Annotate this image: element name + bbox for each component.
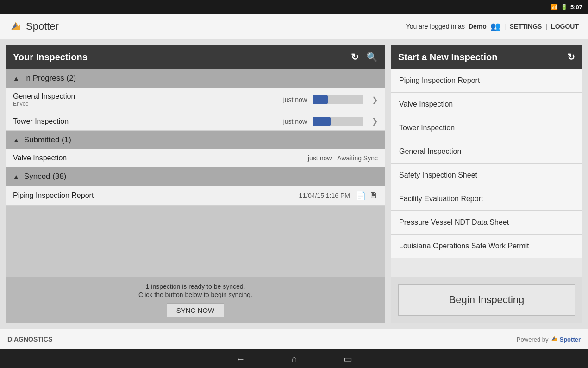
doc-icon[interactable]: 🖹 — [369, 191, 378, 201]
battery-icon: 🔋 — [561, 4, 568, 10]
powered-by-logo-icon — [550, 335, 558, 344]
right-panel-title: Start a New Inspection — [398, 52, 498, 63]
inspection-title-general: General Inspection — [13, 92, 106, 101]
header-right: You are logged in as Demo 👥 | SETTINGS |… — [406, 21, 579, 32]
inspection-row-valve[interactable]: Valve Inspection just now Awaiting Sync — [6, 149, 385, 167]
section-in-progress-label: In Progress (2) — [24, 74, 76, 83]
inspection-sub-general: Envoc — [13, 101, 106, 107]
main-content: Your Inspections ↻ 🔍 ▲ In Progress (2) G… — [0, 39, 588, 329]
search-icon[interactable]: 🔍 — [366, 51, 378, 63]
home-nav-icon[interactable]: ⌂ — [291, 354, 297, 364]
row-info-valve: just now Awaiting Sync — [308, 154, 378, 162]
sync-line2: Click the button below to begin syncing. — [13, 291, 378, 298]
inspection-title-valve: Valve Inspection — [13, 154, 106, 162]
row-status-valve: Awaiting Sync — [337, 154, 378, 162]
row-time-valve: just now — [308, 154, 332, 162]
option-louisiana[interactable]: Louisiana Operations Safe Work Permit — [391, 235, 582, 258]
chevron-general: ❯ — [372, 95, 378, 104]
collapse-icon-progress: ▲ — [13, 75, 19, 82]
sync-icons-piping: 📄 🖹 — [356, 190, 378, 201]
chevron-tower: ❯ — [372, 117, 378, 126]
collapse-icon-synced: ▲ — [13, 173, 19, 180]
row-info-tower: just now ❯ — [283, 117, 378, 126]
inspection-row-general[interactable]: General Inspection Envoc just now ❯ — [6, 88, 385, 112]
divider2: | — [545, 23, 547, 30]
progress-fill-tower — [313, 117, 331, 126]
section-synced[interactable]: ▲ Synced (38) — [6, 167, 385, 186]
powered-by: Powered by Spotter — [517, 335, 581, 344]
progress-bar-general — [313, 95, 363, 104]
refresh-icon[interactable]: ↻ — [351, 51, 359, 63]
user-emoji: 👥 — [490, 21, 500, 32]
logout-link[interactable]: LOGOUT — [551, 23, 579, 30]
logo-text: Spotter — [26, 20, 59, 32]
section-in-progress[interactable]: ▲ In Progress (2) — [6, 69, 385, 88]
section-submitted[interactable]: ▲ Submitted (1) — [6, 131, 385, 149]
logo-icon — [9, 20, 22, 33]
left-panel: Your Inspections ↻ 🔍 ▲ In Progress (2) G… — [6, 45, 385, 323]
recents-nav-icon[interactable]: ▭ — [344, 353, 352, 364]
option-tower[interactable]: Tower Inspection — [391, 116, 582, 140]
status-bar: 📶 🔋 5:07 — [0, 0, 588, 14]
left-panel-header: Your Inspections ↻ 🔍 — [6, 45, 385, 69]
row-time-piping: 11/04/15 1:16 PM — [299, 192, 350, 199]
powered-by-label: Powered by — [517, 336, 549, 343]
app-header: Spotter You are logged in as Demo 👥 | SE… — [0, 14, 588, 39]
inspection-title-tower: Tower Inspection — [13, 117, 106, 126]
option-pressure[interactable]: Pressure Vessel NDT Data Sheet — [391, 211, 582, 235]
row-time-tower: just now — [283, 118, 307, 125]
powered-by-name: Spotter — [560, 336, 581, 343]
inspection-row-piping[interactable]: Piping Inspection Report 11/04/15 1:16 P… — [6, 186, 385, 206]
user-name: Demo — [469, 23, 487, 30]
left-panel-title: Your Inspections — [13, 52, 88, 63]
footer-bar: DIAGNOSTICS Powered by Spotter — [0, 329, 588, 349]
sync-bar: 1 inspection is ready to be synced. Clic… — [6, 277, 385, 323]
progress-bar-tower — [313, 117, 363, 126]
pdf-icon[interactable]: 📄 — [356, 190, 366, 201]
section-submitted-label: Submitted (1) — [24, 135, 71, 145]
status-time: 5:07 — [570, 4, 582, 11]
left-header-actions: ↻ 🔍 — [351, 51, 378, 63]
progress-fill-general — [313, 95, 328, 104]
section-synced-label: Synced (38) — [24, 172, 67, 181]
inspection-row-tower[interactable]: Tower Inspection just now ❯ — [6, 112, 385, 131]
wifi-icon: 📶 — [551, 4, 558, 10]
logged-in-label: You are logged in as — [406, 23, 465, 30]
sync-now-button[interactable]: SYNC NOW — [167, 303, 225, 317]
row-time-general: just now — [283, 96, 307, 103]
sync-line1: 1 inspection is ready to be synced. — [13, 283, 378, 290]
option-general[interactable]: General Inspection — [391, 140, 582, 164]
option-safety[interactable]: Safety Inspection Sheet — [391, 164, 582, 187]
collapse-icon-submitted: ▲ — [13, 136, 19, 144]
right-panel-header: Start a New Inspection ↻ — [391, 45, 582, 69]
divider1: | — [504, 23, 506, 30]
row-info-general: just now ❯ — [283, 95, 378, 104]
settings-link[interactable]: SETTINGS — [509, 23, 542, 30]
diagnostics-label[interactable]: DIAGNOSTICS — [7, 336, 52, 343]
bottom-nav-bar: ← ⌂ ▭ — [0, 349, 588, 368]
logo-area: Spotter — [9, 20, 59, 33]
option-facility[interactable]: Facility Evaluation Report — [391, 187, 582, 211]
right-refresh-icon[interactable]: ↻ — [567, 51, 575, 63]
begin-btn-area: Begin Inspecting — [391, 277, 582, 323]
row-info-piping: 11/04/15 1:16 PM 📄 🖹 — [299, 190, 378, 201]
begin-inspecting-button[interactable]: Begin Inspecting — [398, 284, 575, 316]
right-panel: Start a New Inspection ↻ Piping Inspecti… — [391, 45, 582, 323]
inspection-title-piping: Piping Inspection Report — [13, 191, 106, 200]
option-piping[interactable]: Piping Inspection Report — [391, 69, 582, 93]
option-valve[interactable]: Valve Inspection — [391, 93, 582, 116]
back-nav-icon[interactable]: ← — [236, 354, 245, 364]
